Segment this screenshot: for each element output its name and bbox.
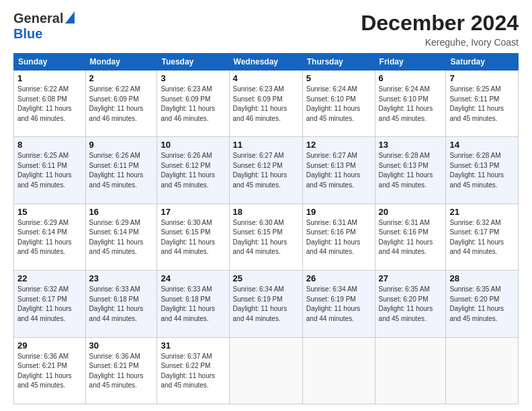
day-info: Sunrise: 6:33 AMSunset: 6:18 PMDaylight:…: [89, 285, 154, 324]
calendar-cell: 15Sunrise: 6:29 AMSunset: 6:14 PMDayligh…: [14, 203, 86, 270]
day-number: 23: [89, 273, 154, 283]
day-info: Sunrise: 6:22 AMSunset: 6:08 PMDaylight:…: [17, 85, 82, 124]
calendar-cell: 8Sunrise: 6:25 AMSunset: 6:11 PMDaylight…: [14, 137, 86, 203]
calendar-cell: 5Sunrise: 6:24 AMSunset: 6:10 PMDaylight…: [302, 71, 375, 137]
day-info: Sunrise: 6:24 AMSunset: 6:10 PMDaylight:…: [306, 85, 371, 124]
calendar-cell: 9Sunrise: 6:26 AMSunset: 6:11 PMDaylight…: [85, 137, 157, 203]
calendar-cell: 29Sunrise: 6:36 AMSunset: 6:21 PMDayligh…: [14, 337, 86, 404]
day-number: 17: [161, 207, 225, 217]
day-info: Sunrise: 6:26 AMSunset: 6:12 PMDaylight:…: [161, 151, 225, 190]
page: General Blue December 2024 Kereguhe, Ivo…: [0, 0, 532, 411]
header: General Blue December 2024 Kereguhe, Ivo…: [13, 11, 519, 48]
calendar-cell: 23Sunrise: 6:33 AMSunset: 6:18 PMDayligh…: [85, 271, 157, 337]
weekday-header: Tuesday: [157, 54, 229, 71]
day-number: 25: [233, 273, 299, 283]
calendar-cell: 1Sunrise: 6:22 AMSunset: 6:08 PMDaylight…: [14, 71, 86, 137]
day-number: 21: [449, 207, 515, 217]
day-number: 12: [306, 140, 371, 150]
day-number: 3: [161, 73, 225, 83]
calendar-cell: 12Sunrise: 6:27 AMSunset: 6:13 PMDayligh…: [302, 137, 375, 203]
day-number: 7: [449, 73, 515, 83]
calendar-cell: 4Sunrise: 6:23 AMSunset: 6:09 PMDaylight…: [229, 71, 302, 137]
day-info: Sunrise: 6:24 AMSunset: 6:10 PMDaylight:…: [379, 85, 443, 124]
day-info: Sunrise: 6:35 AMSunset: 6:20 PMDaylight:…: [449, 285, 515, 324]
day-number: 8: [17, 140, 82, 150]
day-info: Sunrise: 6:34 AMSunset: 6:19 PMDaylight:…: [233, 285, 299, 324]
day-number: 1: [17, 73, 82, 83]
day-number: 16: [89, 207, 154, 217]
calendar-cell: 28Sunrise: 6:35 AMSunset: 6:20 PMDayligh…: [446, 271, 519, 337]
weekday-header: Friday: [375, 54, 446, 71]
calendar-cell: 10Sunrise: 6:26 AMSunset: 6:12 PMDayligh…: [157, 137, 229, 203]
calendar-table: SundayMondayTuesdayWednesdayThursdayFrid…: [13, 53, 519, 404]
calendar-cell: 17Sunrise: 6:30 AMSunset: 6:15 PMDayligh…: [157, 203, 229, 270]
logo-triangle-icon: [65, 11, 75, 26]
day-number: 24: [161, 273, 225, 283]
calendar-cell: 18Sunrise: 6:30 AMSunset: 6:15 PMDayligh…: [229, 203, 302, 270]
day-info: Sunrise: 6:28 AMSunset: 6:13 PMDaylight:…: [379, 151, 443, 190]
title-block: December 2024 Kereguhe, Ivory Coast: [361, 11, 519, 48]
calendar-cell: 22Sunrise: 6:32 AMSunset: 6:17 PMDayligh…: [14, 271, 86, 337]
day-number: 5: [306, 73, 371, 83]
day-info: Sunrise: 6:23 AMSunset: 6:09 PMDaylight:…: [161, 85, 225, 124]
day-info: Sunrise: 6:35 AMSunset: 6:20 PMDaylight:…: [379, 285, 443, 324]
calendar-cell: 19Sunrise: 6:31 AMSunset: 6:16 PMDayligh…: [302, 203, 375, 270]
calendar-cell: 3Sunrise: 6:23 AMSunset: 6:09 PMDaylight…: [157, 71, 229, 137]
day-number: 18: [233, 207, 299, 217]
calendar-cell: 16Sunrise: 6:29 AMSunset: 6:14 PMDayligh…: [85, 203, 157, 270]
day-info: Sunrise: 6:27 AMSunset: 6:13 PMDaylight:…: [306, 151, 371, 190]
day-info: Sunrise: 6:25 AMSunset: 6:11 PMDaylight:…: [449, 85, 515, 124]
weekday-header: Saturday: [446, 54, 519, 71]
calendar-cell: 20Sunrise: 6:31 AMSunset: 6:16 PMDayligh…: [375, 203, 446, 270]
day-info: Sunrise: 6:28 AMSunset: 6:13 PMDaylight:…: [449, 151, 515, 190]
calendar-cell: 31Sunrise: 6:37 AMSunset: 6:22 PMDayligh…: [157, 337, 229, 404]
calendar-cell: [302, 337, 375, 404]
day-info: Sunrise: 6:30 AMSunset: 6:15 PMDaylight:…: [233, 218, 299, 257]
day-number: 4: [233, 73, 299, 83]
day-number: 14: [449, 140, 515, 150]
day-info: Sunrise: 6:32 AMSunset: 6:17 PMDaylight:…: [17, 285, 82, 324]
day-info: Sunrise: 6:25 AMSunset: 6:11 PMDaylight:…: [17, 151, 82, 190]
day-number: 29: [17, 340, 82, 351]
weekday-header: Thursday: [302, 54, 375, 71]
day-number: 9: [89, 140, 154, 150]
logo-general: General: [13, 11, 63, 26]
weekday-header: Sunday: [14, 54, 86, 71]
day-number: 20: [379, 207, 443, 217]
calendar-cell: 30Sunrise: 6:36 AMSunset: 6:21 PMDayligh…: [85, 337, 157, 404]
day-info: Sunrise: 6:30 AMSunset: 6:15 PMDaylight:…: [161, 218, 225, 257]
day-info: Sunrise: 6:34 AMSunset: 6:19 PMDaylight:…: [306, 285, 371, 324]
day-number: 19: [306, 207, 371, 217]
day-info: Sunrise: 6:32 AMSunset: 6:17 PMDaylight:…: [449, 218, 515, 257]
month-title: December 2024: [361, 11, 519, 36]
day-number: 31: [161, 340, 225, 351]
day-info: Sunrise: 6:27 AMSunset: 6:12 PMDaylight:…: [233, 151, 299, 190]
calendar-cell: 6Sunrise: 6:24 AMSunset: 6:10 PMDaylight…: [375, 71, 446, 137]
calendar-cell: [446, 337, 519, 404]
day-number: 6: [379, 73, 443, 83]
day-number: 22: [17, 273, 82, 283]
day-info: Sunrise: 6:23 AMSunset: 6:09 PMDaylight:…: [233, 85, 299, 124]
day-info: Sunrise: 6:31 AMSunset: 6:16 PMDaylight:…: [379, 218, 443, 257]
day-info: Sunrise: 6:33 AMSunset: 6:18 PMDaylight:…: [161, 285, 225, 324]
calendar-cell: 11Sunrise: 6:27 AMSunset: 6:12 PMDayligh…: [229, 137, 302, 203]
day-info: Sunrise: 6:36 AMSunset: 6:21 PMDaylight:…: [17, 352, 82, 391]
day-info: Sunrise: 6:26 AMSunset: 6:11 PMDaylight:…: [89, 151, 154, 190]
day-info: Sunrise: 6:31 AMSunset: 6:16 PMDaylight:…: [306, 218, 371, 257]
day-info: Sunrise: 6:22 AMSunset: 6:09 PMDaylight:…: [89, 85, 154, 124]
weekday-header: Monday: [85, 54, 157, 71]
day-number: 26: [306, 273, 371, 283]
day-number: 13: [379, 140, 443, 150]
logo: General Blue: [13, 11, 75, 42]
day-info: Sunrise: 6:37 AMSunset: 6:22 PMDaylight:…: [161, 352, 225, 391]
calendar-cell: 7Sunrise: 6:25 AMSunset: 6:11 PMDaylight…: [446, 71, 519, 137]
day-number: 15: [17, 207, 82, 217]
calendar-cell: 24Sunrise: 6:33 AMSunset: 6:18 PMDayligh…: [157, 271, 229, 337]
day-info: Sunrise: 6:29 AMSunset: 6:14 PMDaylight:…: [89, 218, 154, 257]
day-number: 28: [449, 273, 515, 283]
calendar-cell: 14Sunrise: 6:28 AMSunset: 6:13 PMDayligh…: [446, 137, 519, 203]
day-info: Sunrise: 6:36 AMSunset: 6:21 PMDaylight:…: [89, 352, 154, 391]
calendar-cell: 25Sunrise: 6:34 AMSunset: 6:19 PMDayligh…: [229, 271, 302, 337]
svg-marker-0: [65, 11, 75, 24]
calendar-cell: 21Sunrise: 6:32 AMSunset: 6:17 PMDayligh…: [446, 203, 519, 270]
